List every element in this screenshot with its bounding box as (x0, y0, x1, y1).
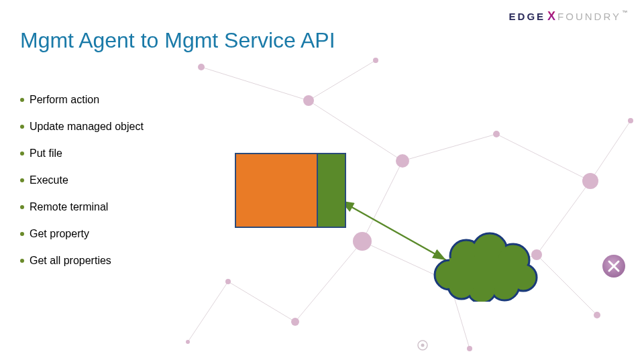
diagram-box-green (317, 153, 346, 228)
cloud-icon (429, 228, 543, 302)
x-badge-icon (602, 255, 625, 278)
diagram-box-orange (235, 153, 318, 228)
svg-rect-49 (449, 258, 523, 288)
